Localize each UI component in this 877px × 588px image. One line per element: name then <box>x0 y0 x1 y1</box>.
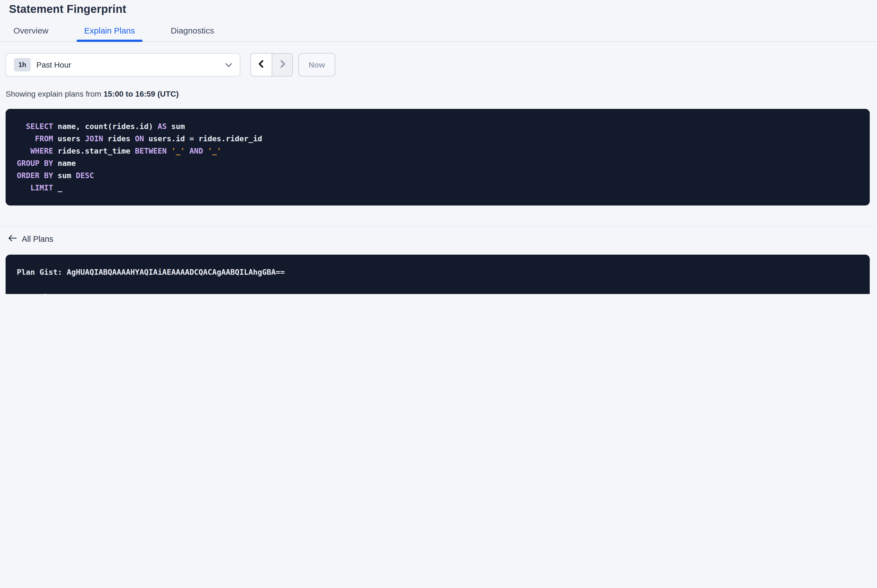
all-plans-back-link[interactable]: All Plans <box>8 234 53 243</box>
tab-diagnostics[interactable]: Diagnostics <box>163 20 222 41</box>
time-nav-group <box>250 53 293 76</box>
chevron-left-icon <box>257 60 266 70</box>
prev-time-button[interactable] <box>251 54 272 76</box>
statement-fingerprint-page: Statement Fingerprint Overview Explain P… <box>0 0 877 294</box>
all-plans-label: All Plans <box>22 234 53 243</box>
showing-range-text: Showing explain plans from 15:00 to 16:5… <box>6 89 179 98</box>
plan-gist-panel: Plan Gist: AgHUAQIABQAAAAHYAQIAiAEAAAADC… <box>6 255 870 294</box>
arrow-left-icon <box>8 234 17 243</box>
now-button[interactable]: Now <box>298 53 335 76</box>
chevron-down-icon <box>225 60 232 70</box>
range-value: 15:00 to 16:59 (UTC) <box>104 89 179 98</box>
tab-overview[interactable]: Overview <box>6 20 56 41</box>
time-picker-row: 1h Past Hour Now <box>6 53 335 76</box>
tab-bar: Overview Explain Plans Diagnostics <box>0 20 877 42</box>
time-range-badge: 1h <box>14 58 31 72</box>
next-time-button[interactable] <box>272 54 292 76</box>
time-range-dropdown[interactable]: 1h Past Hour <box>6 53 240 76</box>
tab-explain-plans[interactable]: Explain Plans <box>76 20 143 41</box>
time-range-label: Past Hour <box>36 60 225 69</box>
page-title: Statement Fingerprint <box>9 3 126 16</box>
chevron-right-icon <box>278 60 286 70</box>
section-divider <box>0 226 877 227</box>
sql-fingerprint-panel: SELECT name, count(rides.id) AS sum FROM… <box>6 109 870 206</box>
